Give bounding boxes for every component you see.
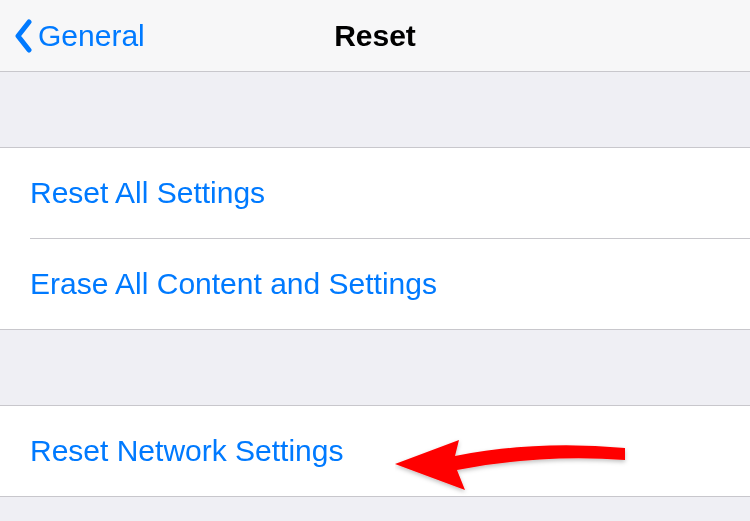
page-title: Reset [334, 19, 416, 53]
settings-section: Reset All Settings Erase All Content and… [0, 147, 750, 330]
reset-all-settings-cell[interactable]: Reset All Settings [0, 148, 750, 238]
navigation-bar: General Reset [0, 0, 750, 72]
back-button-label: General [38, 19, 145, 53]
section-spacer [0, 72, 750, 147]
reset-network-settings-cell[interactable]: Reset Network Settings [0, 406, 750, 496]
settings-section: Reset Network Settings [0, 405, 750, 497]
section-spacer [0, 330, 750, 405]
chevron-left-icon [14, 19, 34, 53]
back-button[interactable]: General [0, 19, 145, 53]
erase-all-content-cell[interactable]: Erase All Content and Settings [0, 239, 750, 329]
